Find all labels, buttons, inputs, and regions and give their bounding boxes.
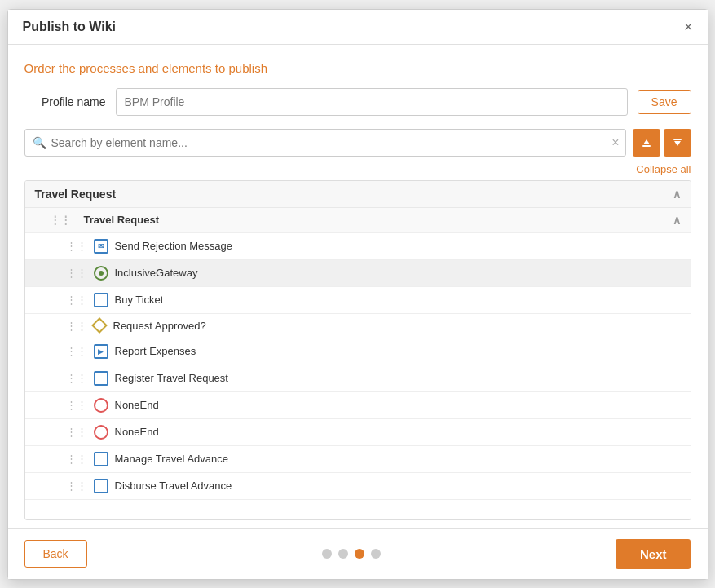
dot-3 bbox=[355, 549, 364, 559]
drag-handle[interactable]: ⋮⋮ bbox=[66, 267, 87, 279]
end-event-icon bbox=[94, 425, 108, 440]
collapse-all-button[interactable]: Collapse all bbox=[636, 163, 691, 175]
list-item[interactable]: ⋮⋮ ▶ Report Expenses bbox=[25, 338, 691, 365]
list-item[interactable]: ⋮⋮ Request Approved? bbox=[25, 314, 691, 338]
drag-handle[interactable]: ⋮⋮ bbox=[66, 345, 87, 357]
gateway-icon bbox=[94, 266, 108, 281]
list-item[interactable]: ⋮⋮ InclusiveGateway bbox=[25, 260, 691, 287]
list-item[interactable]: ⋮⋮ NoneEnd bbox=[25, 392, 691, 419]
item-label: InclusiveGateway bbox=[115, 267, 198, 279]
task-icon: ✉ bbox=[94, 239, 108, 254]
profile-row: Profile name Save bbox=[24, 88, 691, 116]
drag-handle[interactable]: ⋮⋮ bbox=[66, 240, 87, 252]
item-label: NoneEnd bbox=[115, 399, 159, 411]
search-row: 🔍 × bbox=[24, 129, 691, 157]
clear-search-button[interactable]: × bbox=[611, 135, 619, 150]
list-item[interactable]: ⋮⋮ Manage Travel Advance bbox=[25, 446, 691, 473]
dot-2 bbox=[338, 549, 348, 559]
modal-header: Publish to Wiki × bbox=[8, 10, 708, 45]
search-icon: 🔍 bbox=[33, 136, 46, 149]
next-button[interactable]: Next bbox=[616, 539, 691, 569]
drag-handle[interactable]: ⋮⋮ bbox=[50, 214, 71, 226]
back-button[interactable]: Back bbox=[24, 540, 87, 568]
item-label: Send Rejection Message bbox=[115, 240, 233, 252]
item-label: Manage Travel Advance bbox=[115, 453, 228, 465]
item-label: Request Approved? bbox=[113, 320, 206, 332]
elements-list[interactable]: Travel Request ∧ ⋮⋮ Travel Request ∧ ⋮⋮ … bbox=[24, 180, 691, 520]
drag-handle[interactable]: ⋮⋮ bbox=[66, 453, 87, 465]
task-plain-icon bbox=[94, 479, 108, 493]
sort-buttons bbox=[633, 129, 691, 157]
list-item[interactable]: ⋮⋮ ✉ Send Rejection Message bbox=[25, 233, 691, 260]
svg-rect-1 bbox=[673, 139, 682, 140]
item-label: Buy Ticket bbox=[115, 294, 164, 306]
task-plain-icon bbox=[94, 371, 108, 386]
item-label: Disburse Travel Advance bbox=[115, 480, 232, 492]
modal-title: Publish to Wiki bbox=[23, 20, 117, 34]
search-container: 🔍 × bbox=[24, 129, 626, 157]
item-label: Register Travel Request bbox=[115, 372, 228, 384]
sub-group-title: Travel Request bbox=[84, 214, 160, 226]
list-item[interactable]: ⋮⋮ Disburse Travel Advance bbox=[25, 473, 691, 500]
save-button[interactable]: Save bbox=[638, 90, 691, 114]
collapse-row: Collapse all bbox=[24, 163, 691, 175]
close-button[interactable]: × bbox=[684, 20, 693, 34]
drag-handle[interactable]: ⋮⋮ bbox=[66, 426, 87, 438]
sub-group-header-travel-request[interactable]: ⋮⋮ Travel Request ∧ bbox=[25, 208, 691, 233]
search-input[interactable] bbox=[24, 129, 626, 157]
modal-body: Order the processes and elements to publ… bbox=[8, 45, 708, 528]
dot-4 bbox=[371, 549, 381, 559]
drag-handle[interactable]: ⋮⋮ bbox=[66, 480, 87, 492]
group-title: Travel Request bbox=[35, 188, 117, 201]
dot-1 bbox=[322, 549, 332, 559]
list-item[interactable]: ⋮⋮ Register Travel Request bbox=[25, 365, 691, 392]
task-plain-icon bbox=[94, 452, 108, 466]
item-label: Report Expenses bbox=[115, 345, 196, 357]
subtitle: Order the processes and elements to publ… bbox=[24, 61, 691, 75]
drag-handle[interactable]: ⋮⋮ bbox=[66, 320, 87, 332]
modal-footer: Back Next bbox=[8, 528, 708, 579]
list-item[interactable]: ⋮⋮ Buy Ticket bbox=[25, 287, 691, 314]
pagination-dots bbox=[322, 549, 381, 559]
sort-desc-button[interactable] bbox=[664, 129, 691, 157]
profile-name-label: Profile name bbox=[24, 95, 106, 108]
task-plain-icon bbox=[94, 293, 108, 307]
profile-name-input[interactable] bbox=[116, 88, 628, 116]
gateway-diamond-icon bbox=[91, 317, 108, 334]
drag-handle[interactable]: ⋮⋮ bbox=[66, 294, 87, 306]
item-label: NoneEnd bbox=[115, 426, 159, 438]
drag-handle[interactable]: ⋮⋮ bbox=[66, 399, 87, 411]
end-event-icon bbox=[94, 398, 108, 413]
group-header-travel-request[interactable]: Travel Request ∧ bbox=[25, 181, 691, 208]
svg-rect-0 bbox=[642, 145, 651, 147]
sub-group-collapse-icon: ∧ bbox=[673, 214, 681, 227]
drag-handle[interactable]: ⋮⋮ bbox=[66, 372, 87, 384]
task-arrow-icon: ▶ bbox=[94, 344, 108, 359]
publish-to-wiki-modal: Publish to Wiki × Order the processes an… bbox=[7, 9, 708, 580]
group-collapse-icon: ∧ bbox=[673, 188, 681, 201]
list-item[interactable]: ⋮⋮ NoneEnd bbox=[25, 419, 691, 446]
sort-asc-button[interactable] bbox=[633, 129, 660, 157]
